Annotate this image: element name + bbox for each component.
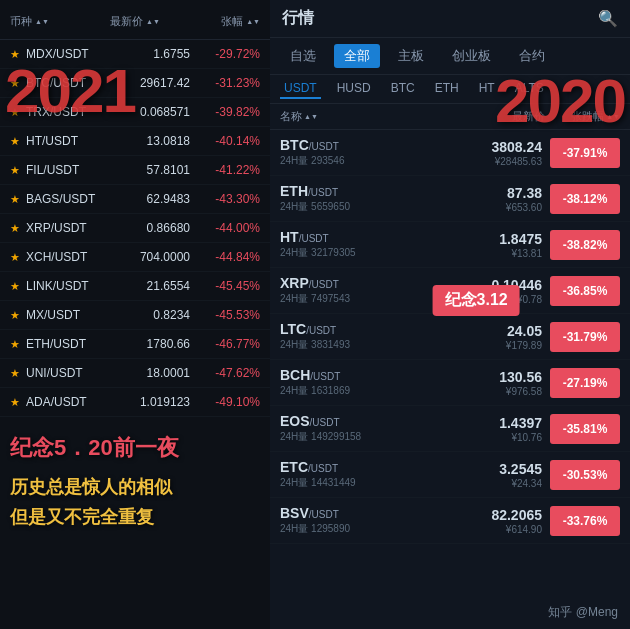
coin-name: UNI/USDT [26,366,120,380]
change-badge: -33.76% [550,506,620,536]
coin-price: 0.86680 [120,221,200,235]
crypto-row[interactable]: HT/USDT 24H量 32179305 1.8475 ¥13.81 -38.… [270,222,630,268]
crypto-price-main: 82.2065 [452,507,542,523]
coin-row[interactable]: ★ MX/USDT 0.8234 -45.53% [0,301,270,330]
coin-change: -46.77% [200,337,260,351]
star-icon: ★ [10,309,20,322]
coin-price: 704.0000 [120,250,200,264]
overlay-year-right: 2020 [495,65,625,136]
coin-name: ETH/USDT [26,337,120,351]
coin-row[interactable]: ★ BAGS/USDT 62.9483 -43.30% [0,185,270,214]
coin-name: LINK/USDT [26,279,120,293]
crypto-vol: 24H量 149299158 [280,430,452,444]
coin-name: FIL/USDT [26,163,120,177]
coin-row[interactable]: ★ UNI/USDT 18.0001 -47.62% [0,359,270,388]
left-header: 币种 ▲▼ 最新价 ▲▼ 张幅 ▲▼ [0,8,270,40]
star-icon: ★ [10,222,20,235]
tab-全部[interactable]: 全部 [334,44,380,68]
list-header-name-label: 名称 [280,109,302,124]
crypto-list: BTC/USDT 24H量 293546 3808.24 ¥28485.63 -… [270,130,630,629]
crypto-price-main: 3.2545 [452,461,542,477]
star-icon: ★ [10,164,20,177]
crypto-vol: 24H量 7497543 [280,292,452,306]
crypto-price-cny: ¥653.60 [452,202,542,213]
star-icon: ★ [10,367,20,380]
coin-row[interactable]: ★ FIL/USDT 57.8101 -41.22% [0,156,270,185]
crypto-pair-label: /USDT [310,417,340,428]
change-badge: -30.53% [550,460,620,490]
crypto-pair-label: /USDT [308,187,338,198]
tab-主板[interactable]: 主板 [388,44,434,68]
crypto-row[interactable]: EOS/USDT 24H量 149299158 1.4397 ¥10.76 -3… [270,406,630,452]
crypto-row[interactable]: LTC/USDT 24H量 3831493 24.05 ¥179.89 -31.… [270,314,630,360]
crypto-price-main: 1.4397 [452,415,542,431]
coin-change: -44.84% [200,250,260,264]
crypto-price-cny: ¥24.34 [452,478,542,489]
crypto-symbol: LTC/USDT [280,321,452,337]
crypto-row[interactable]: BSV/USDT 24H量 1295890 82.2065 ¥614.90 -3… [270,498,630,544]
coin-change: -45.53% [200,308,260,322]
crypto-symbol: ETC/USDT [280,459,452,475]
coin-change: -44.00% [200,221,260,235]
tab2-USDT[interactable]: USDT [280,79,321,99]
crypto-vol: 24H量 3831493 [280,338,452,352]
coin-row[interactable]: ★ HT/USDT 13.0818 -40.14% [0,127,270,156]
coin-name: ADA/USDT [26,395,120,409]
coin-row[interactable]: ★ ETH/USDT 1780.66 -46.77% [0,330,270,359]
crypto-price-main: 130.56 [452,369,542,385]
coin-change: -45.45% [200,279,260,293]
crypto-info: EOS/USDT 24H量 149299158 [280,413,452,444]
coin-name: HT/USDT [26,134,120,148]
tab-自选[interactable]: 自选 [280,44,326,68]
overlay-year-left: 2021 [5,55,135,126]
crypto-vol: 24H量 1295890 [280,522,452,536]
crypto-price-main: 87.38 [452,185,542,201]
coin-change: -39.82% [200,105,260,119]
crypto-vol: 24H量 14431449 [280,476,452,490]
coin-price: 0.8234 [120,308,200,322]
tab2-HUSD[interactable]: HUSD [333,79,375,99]
crypto-price-cny: ¥10.76 [452,432,542,443]
search-icon[interactable]: 🔍 [598,9,618,28]
right-title: 行情 [282,8,314,29]
change-badge: -27.19% [550,368,620,398]
crypto-row[interactable]: BCH/USDT 24H量 1631869 130.56 ¥976.58 -27… [270,360,630,406]
crypto-row[interactable]: ETC/USDT 24H量 14431449 3.2545 ¥24.34 -30… [270,452,630,498]
tab2-BTC[interactable]: BTC [387,79,419,99]
right-panel: 行情 🔍 自选全部主板创业板合约 USDTHUSDBTCETHHTALTS 名称… [270,0,630,629]
coin-row[interactable]: ★ ADA/USDT 1.019123 -49.10% [0,388,270,417]
crypto-info: LTC/USDT 24H量 3831493 [280,321,452,352]
tab-创业板[interactable]: 创业板 [442,44,501,68]
crypto-vol: 24H量 32179305 [280,246,452,260]
crypto-price-block: 130.56 ¥976.58 [452,369,542,397]
overlay-badge: 纪念3.12 [433,285,520,316]
crypto-row[interactable]: BTC/USDT 24H量 293546 3808.24 ¥28485.63 -… [270,130,630,176]
tab2-ETH[interactable]: ETH [431,79,463,99]
coin-price: 18.0001 [120,366,200,380]
col-price-label: 最新价 [110,14,143,29]
crypto-price-cny: ¥179.89 [452,340,542,351]
overlay-line3: 但是又不完全重复 [10,505,179,529]
crypto-info: BSV/USDT 24H量 1295890 [280,505,452,536]
crypto-price-block: 24.05 ¥179.89 [452,323,542,351]
sort-arrows-list: ▲▼ [304,113,318,120]
crypto-price-cny: ¥13.81 [452,248,542,259]
left-panel: 币种 ▲▼ 最新价 ▲▼ 张幅 ▲▼ 2021 ★ MDX/USDT 1.675… [0,0,270,629]
overlay-line2: 历史总是惊人的相似 [10,475,179,499]
crypto-info: HT/USDT 24H量 32179305 [280,229,452,260]
change-badge: -38.82% [550,230,620,260]
sort-arrows-coin: ▲▼ [35,18,49,25]
coin-row[interactable]: ★ XRP/USDT 0.86680 -44.00% [0,214,270,243]
coin-row[interactable]: ★ XCH/USDT 704.0000 -44.84% [0,243,270,272]
coin-price: 62.9483 [120,192,200,206]
coin-change: -31.23% [200,76,260,90]
crypto-pair-label: /USDT [309,279,339,290]
crypto-info: BTC/USDT 24H量 293546 [280,137,452,168]
coin-row[interactable]: ★ LINK/USDT 21.6554 -45.45% [0,272,270,301]
crypto-row[interactable]: ETH/USDT 24H量 5659650 87.38 ¥653.60 -38.… [270,176,630,222]
crypto-symbol: ETH/USDT [280,183,452,199]
col-coin: 币种 ▲▼ [10,14,49,29]
star-icon: ★ [10,280,20,293]
coin-change: -41.22% [200,163,260,177]
coin-name: MX/USDT [26,308,120,322]
